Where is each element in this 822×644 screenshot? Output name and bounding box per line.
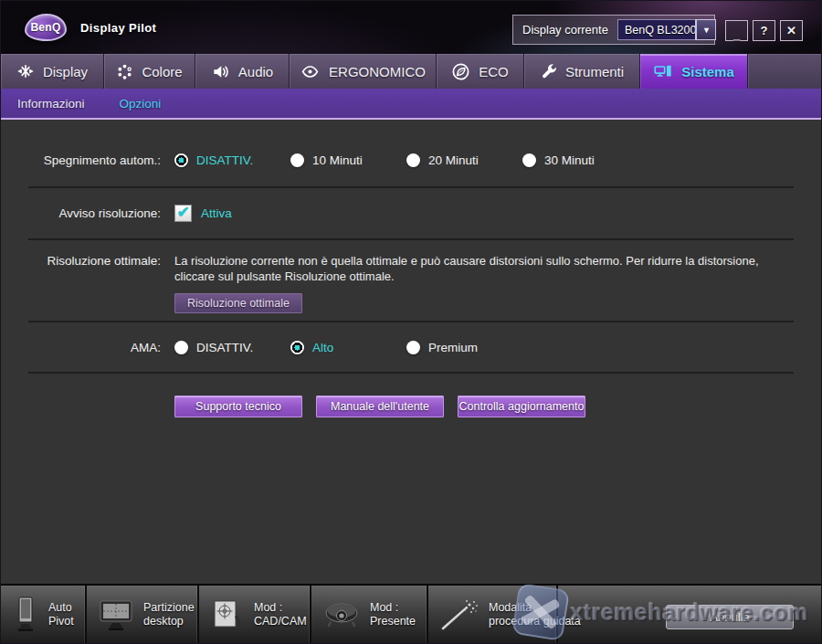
display-pilot-window: BenQ Display Pilot Display corrente BenQ…	[0, 0, 822, 644]
color-icon	[116, 63, 133, 80]
check-update-button[interactable]: Controlla aggiornamento	[458, 396, 585, 417]
auto-pivot-item[interactable]: AutoPivot	[1, 586, 87, 643]
eco-leaf-icon	[451, 62, 470, 81]
auto-pivot-icon	[12, 596, 39, 634]
desktop-partition-item[interactable]: Partizionedesktop	[87, 586, 199, 643]
optimal-resolution-button[interactable]: Risoluzione ottimale	[174, 293, 302, 313]
optimal-resolution-row: Risoluzione ottimale: La risoluzione cor…	[28, 240, 794, 322]
radio-ama-disattiv[interactable]: DISATTIV.	[174, 341, 290, 354]
cadcam-icon	[210, 597, 245, 632]
radio-icon	[290, 153, 304, 167]
radio-icon	[174, 341, 188, 354]
auto-power-off-row: Spegnimento autom.: DISATTIV. 10 Minuti …	[28, 120, 794, 188]
options-panel: Spegnimento autom.: DISATTIV. 10 Minuti …	[1, 120, 821, 584]
tab-audio[interactable]: Audio	[195, 54, 290, 89]
support-button[interactable]: Supporto tecnico	[174, 396, 302, 417]
wizard-wand-icon	[439, 597, 480, 632]
tab-label: Display	[43, 64, 88, 79]
tab-label: ERGONOMICO	[329, 64, 426, 79]
title-bar: BenQ Display Pilot Display corrente BenQ…	[1, 1, 821, 54]
close-button[interactable]: ✕	[780, 20, 803, 41]
tab-eco[interactable]: ECO	[437, 54, 524, 89]
ama-label: AMA:	[28, 341, 161, 354]
system-icon	[653, 62, 673, 80]
monitor-dropdown[interactable]: BenQ BL3200 ▼	[617, 19, 717, 40]
attiva-checkbox[interactable]: ✔	[174, 205, 192, 222]
radio-icon	[290, 341, 304, 354]
tab-label: ECO	[479, 64, 509, 79]
radio-disattiv[interactable]: DISATTIV.	[174, 153, 290, 167]
tab-strumenti[interactable]: Strumenti	[524, 54, 640, 89]
auto-power-off-label: Spegnimento autom.:	[28, 153, 161, 167]
minimize-button[interactable]: _	[725, 20, 748, 41]
window-controls: _ ? ✕	[725, 20, 803, 41]
main-tab-bar: Display Colore Audio ERGONOMICO ECO	[1, 54, 821, 89]
optimal-resolution-label: Risoluzione ottimale:	[28, 254, 161, 321]
radio-icon	[406, 153, 420, 167]
monitor-dropdown-value: BenQ BL3200	[618, 24, 697, 37]
radio-30-minuti[interactable]: 30 Minuti	[522, 153, 638, 167]
feature-bar: AutoPivot Partizionedesktop Mod :CAD/CAM…	[1, 584, 822, 643]
cancel-button[interactable]: Annulla	[666, 605, 794, 629]
radio-20-minuti[interactable]: 20 Minuti	[406, 153, 522, 167]
tab-colore[interactable]: Colore	[104, 54, 195, 89]
cadcam-mode-item[interactable]: Mod :CAD/CAM	[199, 586, 311, 643]
tab-label: Sistema	[681, 64, 734, 79]
user-manual-button[interactable]: Manuale dell'utente	[316, 396, 444, 417]
presentation-mode-item[interactable]: Mod :Presente	[311, 586, 428, 643]
benq-logo-text: BenQ	[30, 21, 60, 34]
subtab-informazioni[interactable]: Informazioni	[17, 97, 85, 111]
audio-icon	[211, 63, 230, 80]
sub-tab-bar: Informazioni Opzioni	[1, 89, 821, 120]
radio-icon	[174, 153, 188, 167]
tab-bar-filler	[748, 54, 821, 89]
ama-row: AMA: DISATTIV. Alto Premium	[28, 322, 794, 374]
tab-label: Audio	[238, 64, 273, 79]
tab-ergonomico[interactable]: ERGONOMICO	[290, 54, 437, 89]
benq-logo: BenQ	[25, 14, 67, 41]
radio-icon	[406, 341, 420, 354]
radio-ama-alto[interactable]: Alto	[290, 341, 406, 354]
subtab-opzioni[interactable]: Opzioni	[120, 97, 162, 111]
tab-label: Strumenti	[565, 64, 624, 79]
tab-label: Colore	[142, 64, 182, 79]
desktop-partition-icon	[98, 596, 134, 633]
optimal-resolution-description: La risoluzione corrente non è quella ott…	[174, 254, 794, 284]
resolution-notice-row: Avviso risoluzione: ✔ Attiva	[28, 188, 794, 240]
action-buttons-row: Supporto tecnico Manuale dell'utente Con…	[174, 396, 794, 417]
wrench-icon	[540, 63, 557, 80]
help-button[interactable]: ?	[753, 20, 775, 41]
display-icon	[16, 62, 35, 80]
tab-sistema[interactable]: Sistema	[640, 54, 748, 89]
tab-display[interactable]: Display	[1, 54, 104, 89]
eye-icon	[300, 63, 321, 80]
presentation-icon	[322, 598, 361, 631]
display-selector-label: Display corrente	[522, 23, 608, 37]
radio-10-minuti[interactable]: 10 Minuti	[290, 153, 406, 167]
radio-icon	[522, 153, 536, 167]
display-selector-panel: Display corrente BenQ BL3200 ▼	[512, 15, 715, 45]
resolution-notice-label: Avviso risoluzione:	[28, 206, 161, 220]
checkmark-icon: ✔	[176, 205, 189, 220]
attiva-label: Attiva	[201, 206, 232, 220]
radio-ama-premium[interactable]: Premium	[406, 341, 522, 354]
chevron-down-icon[interactable]: ▼	[696, 20, 715, 39]
wizard-mode-item[interactable]: Modalitàprocedura guidata	[428, 586, 558, 643]
app-title: Display Pilot	[80, 21, 156, 35]
